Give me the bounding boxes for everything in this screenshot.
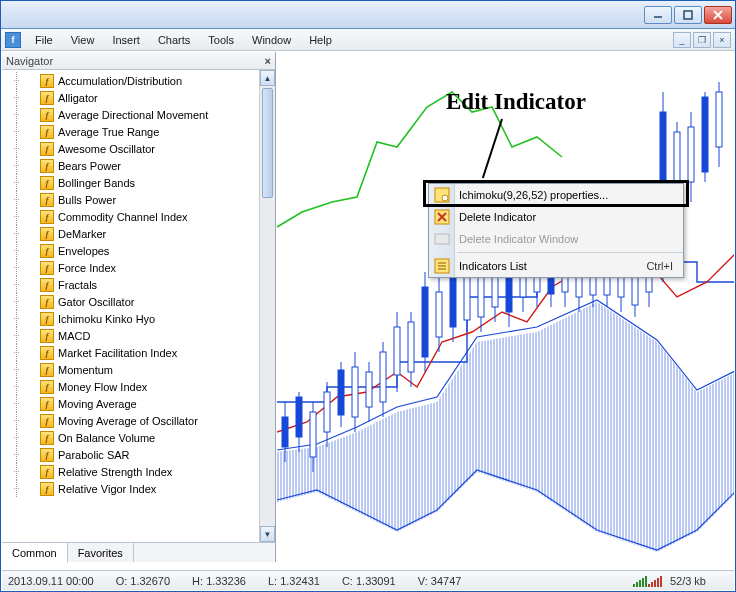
indicator-icon xyxy=(40,227,54,241)
ctx-delete-indicator[interactable]: Delete Indicator xyxy=(429,206,683,228)
tab-favorites[interactable]: Favorites xyxy=(68,543,134,562)
indicator-icon xyxy=(40,295,54,309)
indicator-icon xyxy=(40,363,54,377)
indicator-item[interactable]: Bollinger Bands xyxy=(2,174,259,191)
indicator-icon xyxy=(40,465,54,479)
maximize-button[interactable] xyxy=(674,6,702,24)
menu-help[interactable]: Help xyxy=(301,31,340,49)
menubar: File View Insert Charts Tools Window Hel… xyxy=(1,29,735,51)
mdi-restore-button[interactable]: ❐ xyxy=(693,32,711,48)
menu-insert[interactable]: Insert xyxy=(104,31,148,49)
ctx-indicators-list[interactable]: Indicators List Ctrl+I xyxy=(429,255,683,277)
indicator-icon xyxy=(40,329,54,343)
tab-common[interactable]: Common xyxy=(2,543,68,563)
indicator-item[interactable]: MACD xyxy=(2,327,259,344)
delete-icon xyxy=(434,209,450,225)
indicator-item[interactable]: Money Flow Index xyxy=(2,378,259,395)
app-window: File View Insert Charts Tools Window Hel… xyxy=(0,0,736,592)
indicator-icon xyxy=(40,74,54,88)
indicator-label: MACD xyxy=(58,330,90,342)
svg-rect-24 xyxy=(324,392,330,432)
indicator-item[interactable]: Awesome Oscillator xyxy=(2,140,259,157)
menu-tools[interactable]: Tools xyxy=(200,31,242,49)
indicator-item[interactable]: Market Facilitation Index xyxy=(2,344,259,361)
svg-rect-6 xyxy=(296,397,302,437)
indicator-label: On Balance Volume xyxy=(58,432,155,444)
indicator-item[interactable]: Gator Oscillator xyxy=(2,293,259,310)
indicator-item[interactable]: Fractals xyxy=(2,276,259,293)
ctx-delete-window-label: Delete Indicator Window xyxy=(459,233,578,245)
indicator-icon xyxy=(40,261,54,275)
indicator-label: Accumulation/Distribution xyxy=(58,75,182,87)
indicator-icon xyxy=(40,448,54,462)
status-datetime: 2013.09.11 00:00 xyxy=(8,575,94,587)
navigator-tree[interactable]: Accumulation/DistributionAlligatorAverag… xyxy=(2,70,259,542)
indicator-item[interactable]: Bears Power xyxy=(2,157,259,174)
indicator-icon xyxy=(40,397,54,411)
svg-rect-10 xyxy=(422,287,428,357)
indicator-item[interactable]: Average Directional Movement xyxy=(2,106,259,123)
indicator-label: Gator Oscillator xyxy=(58,296,134,308)
properties-icon xyxy=(434,187,450,203)
navigator-title: Navigator xyxy=(6,55,53,67)
menu-file[interactable]: File xyxy=(27,31,61,49)
indicator-label: Relative Strength Index xyxy=(58,466,172,478)
scroll-thumb[interactable] xyxy=(262,88,273,198)
close-button[interactable] xyxy=(704,6,732,24)
svg-rect-70 xyxy=(435,234,449,244)
indicator-item[interactable]: Accumulation/Distribution xyxy=(2,72,259,89)
indicator-item[interactable]: Average True Range xyxy=(2,123,259,140)
menu-charts[interactable]: Charts xyxy=(150,31,198,49)
navigator-panel: Navigator × Accumulation/DistributionAll… xyxy=(2,52,276,562)
indicator-icon xyxy=(40,414,54,428)
mdi-close-button[interactable]: × xyxy=(713,32,731,48)
indicator-icon xyxy=(40,176,54,190)
ctx-separator xyxy=(457,252,683,253)
app-icon xyxy=(5,32,21,48)
svg-rect-28 xyxy=(366,372,372,407)
status-traffic: 52/3 kb xyxy=(670,575,706,587)
ctx-properties[interactable]: Ichimoku(9,26,52) properties... xyxy=(429,184,683,206)
svg-point-68 xyxy=(442,195,448,201)
mdi-minimize-button[interactable]: _ xyxy=(673,32,691,48)
indicator-item[interactable]: DeMarker xyxy=(2,225,259,242)
indicator-item[interactable]: Envelopes xyxy=(2,242,259,259)
indicator-label: Awesome Oscillator xyxy=(58,143,155,155)
indicator-item[interactable]: Relative Strength Index xyxy=(2,463,259,480)
indicator-item[interactable]: Parabolic SAR xyxy=(2,446,259,463)
indicator-label: Parabolic SAR xyxy=(58,449,130,461)
indicator-label: Average True Range xyxy=(58,126,159,138)
menu-view[interactable]: View xyxy=(63,31,103,49)
navigator-tabs: Common Favorites xyxy=(2,542,275,562)
indicator-label: DeMarker xyxy=(58,228,106,240)
indicator-item[interactable]: Moving Average xyxy=(2,395,259,412)
minimize-button[interactable] xyxy=(644,6,672,24)
indicator-icon xyxy=(40,159,54,173)
indicator-icon xyxy=(40,346,54,360)
indicator-label: Relative Vigor Index xyxy=(58,483,156,495)
menu-window[interactable]: Window xyxy=(244,31,299,49)
indicator-item[interactable]: Ichimoku Kinko Hyo xyxy=(2,310,259,327)
indicator-icon xyxy=(40,91,54,105)
indicator-item[interactable]: Relative Vigor Index xyxy=(2,480,259,497)
chart-canvas xyxy=(277,52,734,562)
indicator-icon xyxy=(40,431,54,445)
indicator-item[interactable]: Force Index xyxy=(2,259,259,276)
navigator-scrollbar[interactable]: ▲ ▼ xyxy=(259,70,275,542)
indicator-icon xyxy=(40,125,54,139)
indicator-item[interactable]: Commodity Channel Index xyxy=(2,208,259,225)
scroll-down-button[interactable]: ▼ xyxy=(260,526,275,542)
indicator-icon xyxy=(40,380,54,394)
indicators-list-icon xyxy=(434,258,450,274)
chart-area[interactable] xyxy=(277,52,734,562)
navigator-close-button[interactable]: × xyxy=(265,55,271,67)
indicator-item[interactable]: Bulls Power xyxy=(2,191,259,208)
indicator-item[interactable]: On Balance Volume xyxy=(2,429,259,446)
scroll-up-button[interactable]: ▲ xyxy=(260,70,275,86)
indicator-item[interactable]: Momentum xyxy=(2,361,259,378)
indicator-label: Force Index xyxy=(58,262,116,274)
ctx-indicators-list-label: Indicators List xyxy=(459,260,527,272)
indicator-item[interactable]: Moving Average of Oscillator xyxy=(2,412,259,429)
context-menu: Ichimoku(9,26,52) properties... Delete I… xyxy=(428,183,684,278)
indicator-item[interactable]: Alligator xyxy=(2,89,259,106)
